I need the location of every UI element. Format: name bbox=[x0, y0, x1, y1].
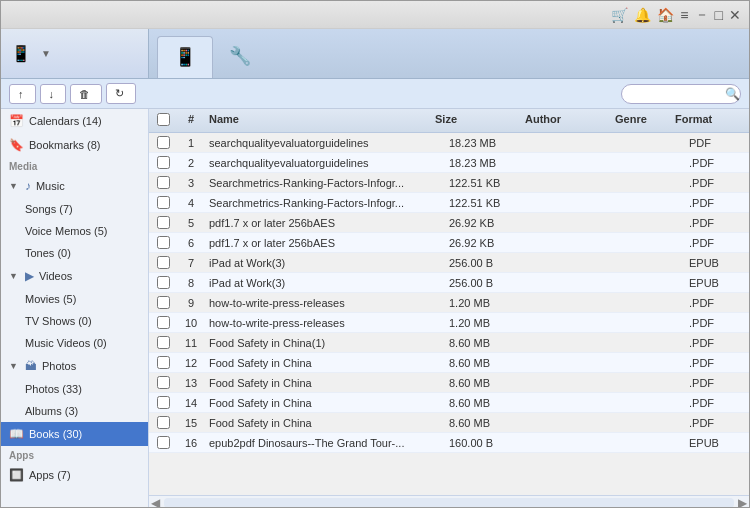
row-format-0: PDF bbox=[689, 137, 749, 149]
bottom-scrollbar[interactable]: ◀ ▶ bbox=[149, 495, 749, 508]
row-format-9: .PDF bbox=[689, 317, 749, 329]
sidebar-label-books: Books (30) bbox=[29, 428, 82, 440]
row-size-15: 160.00 B bbox=[449, 437, 539, 449]
close-button[interactable]: ✕ bbox=[729, 7, 741, 23]
scroll-track[interactable] bbox=[164, 498, 734, 508]
toolbar-icon4: ≡ bbox=[680, 7, 688, 23]
table-row[interactable]: 1 searchqualityevaluatorguidelines 18.23… bbox=[149, 133, 749, 153]
row-size-7: 256.00 B bbox=[449, 277, 539, 289]
sidebar-item-songs[interactable]: Songs (7) bbox=[1, 198, 148, 220]
iphone-icon: 📱 bbox=[11, 44, 31, 63]
row-check-0[interactable] bbox=[149, 136, 177, 149]
row-format-14: .PDF bbox=[689, 417, 749, 429]
row-check-10[interactable] bbox=[149, 336, 177, 349]
row-name-3: Searchmetrics-Ranking-Factors-Infogr... bbox=[205, 197, 449, 209]
row-format-3: .PDF bbox=[689, 197, 749, 209]
sidebar-icon-photos: 🏔 bbox=[25, 359, 37, 373]
row-num-0: 1 bbox=[177, 137, 205, 149]
table-row[interactable]: 7 iPad at Work(3) 256.00 B EPUB bbox=[149, 253, 749, 273]
table-row[interactable]: 12 Food Safety in China 8.60 MB .PDF bbox=[149, 353, 749, 373]
table-row[interactable]: 16 epub2pdf Dinosaurs--The Grand Tour-..… bbox=[149, 433, 749, 453]
table-row[interactable]: 2 searchqualityevaluatorguidelines 18.23… bbox=[149, 153, 749, 173]
row-check-1[interactable] bbox=[149, 156, 177, 169]
sidebar-icon-apps: 🔲 bbox=[9, 468, 24, 482]
row-name-15: epub2pdf Dinosaurs--The Grand Tour-... bbox=[205, 437, 449, 449]
tab-my-device[interactable]: 📱 bbox=[157, 36, 213, 78]
row-size-0: 18.23 MB bbox=[449, 137, 539, 149]
table-row[interactable]: 3 Searchmetrics-Ranking-Factors-Infogr..… bbox=[149, 173, 749, 193]
table-row[interactable]: 10 how-to-write-press-releases 1.20 MB .… bbox=[149, 313, 749, 333]
sidebar-item-music[interactable]: ▼♪Music bbox=[1, 174, 148, 198]
row-check-3[interactable] bbox=[149, 196, 177, 209]
window-controls[interactable]: 🛒 🔔 🏠 ≡ － □ ✕ bbox=[611, 6, 741, 24]
table-row[interactable]: 4 Searchmetrics-Ranking-Factors-Infogr..… bbox=[149, 193, 749, 213]
sidebar-item-tv-shows[interactable]: TV Shows (0) bbox=[1, 310, 148, 332]
scroll-right-arrow[interactable]: ▶ bbox=[736, 496, 749, 509]
table-row[interactable]: 15 Food Safety in China 8.60 MB .PDF bbox=[149, 413, 749, 433]
row-name-6: iPad at Work(3) bbox=[205, 257, 449, 269]
refresh-button[interactable]: ↻ bbox=[106, 83, 136, 104]
row-check-8[interactable] bbox=[149, 296, 177, 309]
table-row[interactable]: 5 pdf1.7 x or later 256bAES 26.92 KB .PD… bbox=[149, 213, 749, 233]
table-body: 1 searchqualityevaluatorguidelines 18.23… bbox=[149, 133, 749, 495]
iphone-dropdown-arrow[interactable]: ▼ bbox=[41, 48, 51, 59]
table-row[interactable]: 11 Food Safety in China(1) 8.60 MB .PDF bbox=[149, 333, 749, 353]
row-size-4: 26.92 KB bbox=[449, 217, 539, 229]
sidebar-item-albums[interactable]: Albums (3) bbox=[1, 400, 148, 422]
col-header-author: Author bbox=[525, 113, 615, 128]
row-check-11[interactable] bbox=[149, 356, 177, 369]
row-name-1: searchqualityevaluatorguidelines bbox=[205, 157, 449, 169]
table-row[interactable]: 13 Food Safety in China 8.60 MB .PDF bbox=[149, 373, 749, 393]
sidebar-icon-bookmarks: 🔖 bbox=[9, 138, 24, 152]
row-format-2: .PDF bbox=[689, 177, 749, 189]
super-toolkit-icon: 🔧 bbox=[229, 45, 251, 67]
sidebar-item-photos-sub[interactable]: Photos (33) bbox=[1, 378, 148, 400]
row-check-15[interactable] bbox=[149, 436, 177, 449]
row-check-7[interactable] bbox=[149, 276, 177, 289]
row-check-14[interactable] bbox=[149, 416, 177, 429]
sidebar-item-photos[interactable]: ▼🏔Photos bbox=[1, 354, 148, 378]
maximize-button[interactable]: □ bbox=[715, 7, 723, 23]
main-layout: 📅Calendars (14)🔖Bookmarks (8)Media▼♪Musi… bbox=[1, 109, 749, 508]
sidebar-item-music-videos[interactable]: Music Videos (0) bbox=[1, 332, 148, 354]
export-button[interactable]: ↑ bbox=[9, 84, 36, 104]
row-check-4[interactable] bbox=[149, 216, 177, 229]
delete-button[interactable]: 🗑 bbox=[70, 84, 102, 104]
row-check-13[interactable] bbox=[149, 396, 177, 409]
export-icon: ↑ bbox=[18, 88, 24, 100]
import-button[interactable]: ↓ bbox=[40, 84, 67, 104]
row-num-7: 8 bbox=[177, 277, 205, 289]
row-check-6[interactable] bbox=[149, 256, 177, 269]
tab-super-toolkit[interactable]: 🔧 bbox=[213, 36, 267, 78]
sidebar-item-movies[interactable]: Movies (5) bbox=[1, 288, 148, 310]
sidebar-item-calendars[interactable]: 📅Calendars (14) bbox=[1, 109, 148, 133]
sidebar-item-voice-memos[interactable]: Voice Memos (5) bbox=[1, 220, 148, 242]
sidebar-item-videos[interactable]: ▼▶Videos bbox=[1, 264, 148, 288]
row-check-9[interactable] bbox=[149, 316, 177, 329]
sidebar-label-tv-shows: TV Shows (0) bbox=[25, 315, 92, 327]
sidebar-item-books[interactable]: 📖Books (30) bbox=[1, 422, 148, 446]
select-all-checkbox[interactable] bbox=[157, 113, 170, 126]
col-header-name: Name bbox=[205, 113, 435, 128]
table-row[interactable]: 8 iPad at Work(3) 256.00 B EPUB bbox=[149, 273, 749, 293]
search-input[interactable] bbox=[630, 88, 725, 100]
search-box[interactable]: 🔍 bbox=[621, 84, 741, 104]
row-check-5[interactable] bbox=[149, 236, 177, 249]
row-num-10: 11 bbox=[177, 337, 205, 349]
scroll-left-arrow[interactable]: ◀ bbox=[149, 496, 162, 509]
sidebar-label-tones: Tones (0) bbox=[25, 247, 71, 259]
row-format-11: .PDF bbox=[689, 357, 749, 369]
row-check-12[interactable] bbox=[149, 376, 177, 389]
sidebar-item-bookmarks[interactable]: 🔖Bookmarks (8) bbox=[1, 133, 148, 157]
sidebar-item-apps[interactable]: 🔲Apps (7) bbox=[1, 463, 148, 487]
row-name-10: Food Safety in China(1) bbox=[205, 337, 449, 349]
row-check-2[interactable] bbox=[149, 176, 177, 189]
table-row[interactable]: 14 Food Safety in China 8.60 MB .PDF bbox=[149, 393, 749, 413]
col-header-genre: Genre bbox=[615, 113, 675, 128]
table-row[interactable]: 6 pdf1.7 x or later 256bAES 26.92 KB .PD… bbox=[149, 233, 749, 253]
table-row[interactable]: 9 how-to-write-press-releases 1.20 MB .P… bbox=[149, 293, 749, 313]
minimize-button[interactable]: － bbox=[695, 6, 709, 24]
toolbar-icon1: 🛒 bbox=[611, 7, 628, 23]
sidebar-item-tones[interactable]: Tones (0) bbox=[1, 242, 148, 264]
row-format-1: .PDF bbox=[689, 157, 749, 169]
